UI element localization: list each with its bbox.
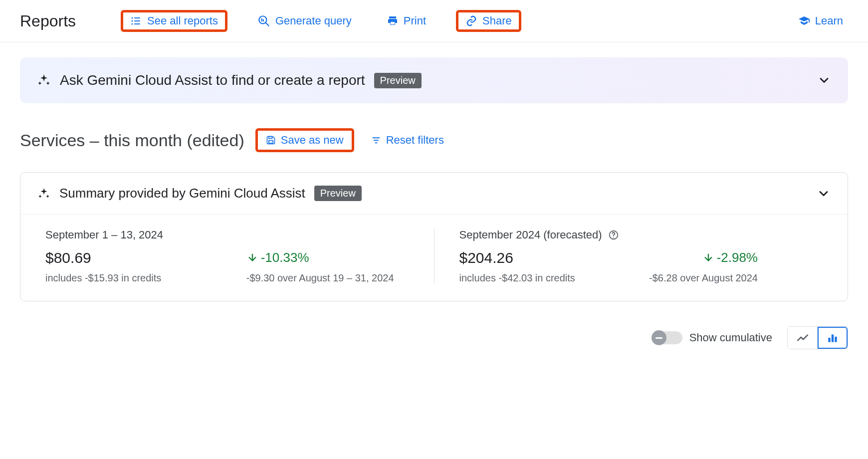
period-label: September 2024 (forecasted) bbox=[459, 229, 602, 241]
gemini-banner-title: Ask Gemini Cloud Assist to find or creat… bbox=[60, 72, 365, 88]
svg-point-4 bbox=[132, 23, 133, 25]
report-header: Services – this month (edited) Save as n… bbox=[20, 128, 848, 152]
page-title: Reports bbox=[20, 12, 76, 30]
arrow-down-icon bbox=[247, 252, 258, 263]
learn-button[interactable]: Learn bbox=[793, 11, 848, 30]
comparison-text: -$6.28 over August 2024 bbox=[649, 272, 758, 284]
generate-query-button[interactable]: Generate query bbox=[252, 11, 357, 30]
period-label: September 1 – 13, 2024 bbox=[45, 229, 163, 241]
query-magnifier-icon bbox=[257, 14, 270, 27]
chevron-down-icon[interactable] bbox=[817, 73, 831, 87]
chevron-down-icon[interactable] bbox=[817, 187, 831, 201]
svg-rect-5 bbox=[134, 23, 140, 24]
summary-title: Summary provided by Gemini Cloud Assist bbox=[59, 186, 305, 201]
svg-rect-13 bbox=[374, 140, 379, 141]
footer-controls: Show cumulative bbox=[0, 311, 868, 354]
delta-down: -10.33% bbox=[247, 250, 309, 265]
chart-type-toggle bbox=[787, 326, 848, 349]
svg-line-7 bbox=[265, 22, 269, 26]
link-icon bbox=[465, 15, 477, 27]
delta-percent: -10.33% bbox=[261, 250, 309, 265]
print-button[interactable]: Print bbox=[382, 11, 431, 30]
svg-rect-9 bbox=[263, 19, 264, 21]
learn-label: Learn bbox=[815, 14, 843, 27]
delta-percent: -2.98% bbox=[717, 250, 758, 265]
share-button[interactable]: Share bbox=[456, 10, 521, 32]
filter-icon bbox=[371, 135, 381, 145]
sparkle-icon bbox=[37, 187, 50, 200]
report-name: Services – this month (edited) bbox=[20, 131, 244, 150]
summary-card: Summary provided by Gemini Cloud Assist … bbox=[20, 172, 848, 301]
svg-rect-1 bbox=[134, 17, 140, 18]
svg-rect-14 bbox=[375, 142, 377, 143]
toolbar: Reports See all reports Generate query P… bbox=[0, 0, 868, 42]
summary-current-period: September 1 – 13, 2024 $80.69 -10.33% in… bbox=[20, 215, 434, 301]
bar-chart-button[interactable] bbox=[818, 327, 848, 349]
svg-rect-20 bbox=[832, 335, 834, 342]
svg-rect-11 bbox=[269, 137, 272, 139]
credits-text: includes -$42.03 in credits bbox=[459, 272, 575, 284]
generate-query-label: Generate query bbox=[275, 14, 352, 27]
svg-rect-3 bbox=[134, 20, 140, 21]
see-all-reports-button[interactable]: See all reports bbox=[121, 10, 227, 32]
svg-rect-21 bbox=[835, 337, 837, 342]
credits-text: includes -$15.93 in credits bbox=[45, 272, 161, 284]
learn-icon bbox=[798, 15, 810, 27]
reset-filters-label: Reset filters bbox=[386, 134, 444, 147]
help-icon[interactable] bbox=[608, 230, 619, 240]
preview-badge: Preview bbox=[314, 186, 362, 201]
gemini-assist-banner[interactable]: Ask Gemini Cloud Assist to find or creat… bbox=[20, 57, 848, 103]
summary-header[interactable]: Summary provided by Gemini Cloud Assist … bbox=[20, 173, 848, 215]
line-chart-button[interactable] bbox=[788, 327, 818, 349]
svg-point-17 bbox=[613, 237, 614, 238]
svg-rect-8 bbox=[261, 18, 262, 22]
share-label: Share bbox=[482, 14, 512, 27]
list-icon bbox=[130, 15, 142, 27]
save-icon bbox=[266, 135, 276, 145]
amount-value: $80.69 bbox=[45, 249, 91, 266]
toggle-switch-off[interactable] bbox=[652, 331, 682, 344]
svg-rect-19 bbox=[828, 338, 830, 342]
reset-filters-button[interactable]: Reset filters bbox=[365, 131, 450, 150]
comparison-text: -$9.30 over August 19 – 31, 2024 bbox=[246, 272, 394, 284]
summary-forecast-period: September 2024 (forecasted) $204.26 -2.9… bbox=[434, 215, 848, 301]
svg-rect-12 bbox=[372, 137, 380, 138]
delta-down: -2.98% bbox=[703, 250, 758, 265]
arrow-down-icon bbox=[703, 252, 714, 263]
show-cumulative-toggle[interactable]: Show cumulative bbox=[652, 331, 772, 344]
show-cumulative-label: Show cumulative bbox=[689, 331, 772, 344]
see-all-reports-label: See all reports bbox=[147, 14, 218, 27]
print-label: Print bbox=[404, 14, 426, 27]
print-icon bbox=[387, 15, 399, 27]
amount-value: $204.26 bbox=[459, 249, 513, 266]
preview-badge: Preview bbox=[374, 73, 422, 88]
svg-point-0 bbox=[132, 17, 133, 19]
svg-point-2 bbox=[132, 20, 133, 22]
save-as-new-button[interactable]: Save as new bbox=[255, 128, 354, 152]
save-as-new-label: Save as new bbox=[281, 134, 344, 147]
sparkle-icon bbox=[37, 73, 51, 87]
svg-rect-10 bbox=[269, 141, 273, 143]
